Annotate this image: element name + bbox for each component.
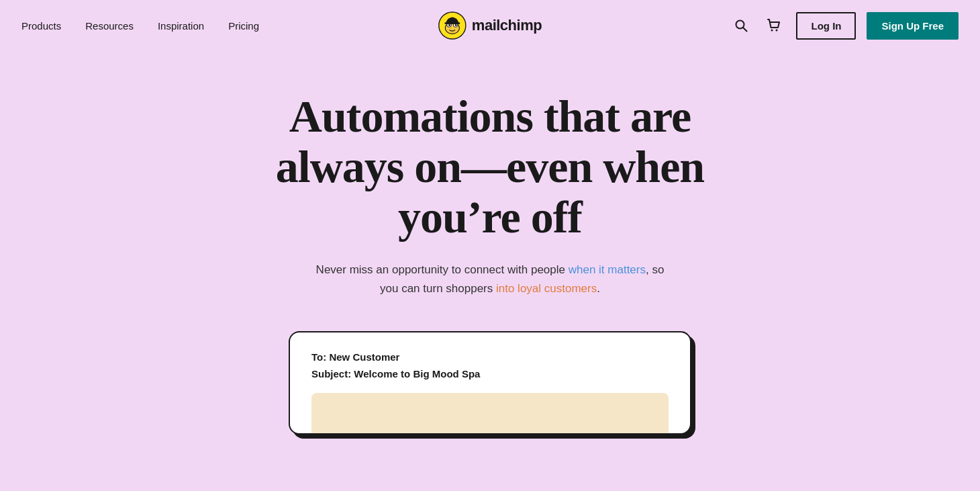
svg-point-5 <box>455 24 457 26</box>
navbar: Products Resources Inspiration Pricing m… <box>0 0 980 51</box>
nav-left: Products Resources Inspiration Pricing <box>21 20 259 32</box>
nav-pricing[interactable]: Pricing <box>228 20 259 32</box>
nav-logo[interactable]: mailchimp <box>438 11 542 40</box>
svg-point-9 <box>771 30 773 32</box>
svg-point-10 <box>776 30 778 32</box>
hero-section: Automations that are always on—even when… <box>0 51 980 435</box>
logo-text: mailchimp <box>472 17 542 34</box>
svg-point-4 <box>448 24 450 26</box>
search-button[interactable] <box>730 15 752 36</box>
email-subject-label: Subject: <box>311 368 351 380</box>
email-subject-value-text: Welcome to Big Mood Spa <box>354 368 480 380</box>
email-to-label: To: <box>311 351 326 363</box>
hero-subtitle: Never miss an opportunity to connect wit… <box>309 261 671 297</box>
email-preview-wrapper: To: New Customer Subject: Welcome to Big… <box>0 331 980 435</box>
email-to-value-text: New Customer <box>329 351 399 363</box>
email-to-line: To: New Customer <box>311 351 669 363</box>
svg-line-8 <box>743 28 747 32</box>
email-subject-line: Subject: Welcome to Big Mood Spa <box>311 368 669 380</box>
cart-icon <box>767 18 781 33</box>
svg-rect-6 <box>444 22 460 24</box>
signup-button[interactable]: Sign Up Free <box>867 12 959 40</box>
login-button[interactable]: Log In <box>796 12 856 40</box>
nav-inspiration[interactable]: Inspiration <box>158 20 204 32</box>
nav-products[interactable]: Products <box>21 20 61 32</box>
subtitle-highlight-when: when it matters <box>569 263 646 276</box>
cart-button[interactable] <box>763 14 785 37</box>
email-preview-card: To: New Customer Subject: Welcome to Big… <box>289 331 691 435</box>
search-icon <box>734 19 748 32</box>
subtitle-highlight-loyal: into loyal customers <box>496 282 597 295</box>
email-body-preview <box>311 393 669 433</box>
nav-resources[interactable]: Resources <box>85 20 134 32</box>
nav-right: Log In Sign Up Free <box>730 12 959 40</box>
hero-title: Automations that are always on—even when… <box>222 91 758 242</box>
mailchimp-logo-icon <box>438 11 467 40</box>
